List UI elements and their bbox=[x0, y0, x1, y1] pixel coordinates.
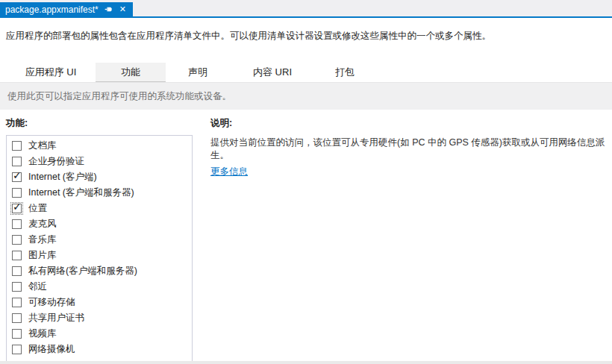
capability-label: 企业身份验证 bbox=[28, 155, 84, 168]
capability-checkbox[interactable]: ✓ bbox=[12, 219, 22, 229]
manifest-intro-text: 应用程序的部署包的属性包含在应用程序清单文件中。可以使用清单设计器设置或修改这些… bbox=[6, 30, 606, 43]
capability-checkbox[interactable]: ✓ bbox=[12, 204, 22, 213]
capabilities-label: 功能: bbox=[6, 117, 193, 130]
capability-checkbox[interactable]: ✓ bbox=[12, 172, 22, 182]
capability-row[interactable]: ✓ 可移动存储 bbox=[7, 295, 192, 310]
check-icon: ✓ bbox=[13, 170, 22, 181]
description-text: 提供对当前位置的访问，该位置可从专用硬件(如 PC 中的 GPS 传感器)获取或… bbox=[210, 136, 609, 162]
capability-row[interactable]: ✓ 企业身份验证 bbox=[7, 154, 192, 169]
capability-label: 位置 bbox=[28, 202, 47, 215]
capability-row[interactable]: ✓ Internet (客户端和服务器) bbox=[7, 185, 192, 201]
capability-checkbox[interactable]: ✓ bbox=[12, 188, 22, 198]
more-info-link[interactable]: 更多信息 bbox=[210, 166, 248, 178]
capability-checkbox[interactable]: ✓ bbox=[12, 157, 22, 166]
capability-label: 可移动存储 bbox=[28, 296, 75, 309]
capability-checkbox[interactable]: ✓ bbox=[12, 266, 22, 276]
document-tab-title: package.appxmanifest* bbox=[5, 4, 99, 15]
tab-2[interactable]: 功能 bbox=[96, 63, 166, 82]
tab-hint-strip: 使用此页可以指定应用程序可使用的系统功能或设备。 bbox=[0, 82, 612, 110]
tab-label: 内容 URI bbox=[253, 66, 292, 78]
viewport-cut-strip bbox=[0, 361, 612, 364]
capability-checkbox[interactable]: ✓ bbox=[12, 313, 22, 323]
capability-checkbox[interactable]: ✓ bbox=[12, 235, 22, 245]
tab-label: 应用程序 UI bbox=[25, 66, 77, 78]
capability-label: Internet (客户端) bbox=[28, 171, 97, 183]
check-icon: ✓ bbox=[13, 201, 22, 212]
tab-4[interactable]: 内容 URI bbox=[230, 63, 315, 82]
capability-row[interactable]: ✓ 视频库 bbox=[7, 326, 192, 342]
description-label: 说明: bbox=[210, 117, 609, 130]
capability-row[interactable]: ✓ Internet (客户端) bbox=[7, 169, 192, 185]
pin-icon[interactable] bbox=[104, 5, 113, 13]
tab-label: 打包 bbox=[335, 66, 355, 78]
capability-checkbox[interactable]: ✓ bbox=[12, 282, 22, 292]
capability-row[interactable]: ✓ 网络摄像机 bbox=[7, 342, 192, 357]
capability-label: 视频库 bbox=[28, 327, 57, 340]
capability-row[interactable]: ✓ 音乐库 bbox=[7, 232, 192, 248]
capability-row[interactable]: ✓ 文档库 bbox=[7, 138, 192, 154]
capability-label: 文档库 bbox=[28, 139, 57, 152]
capability-row[interactable]: ✓ 位置 bbox=[7, 201, 192, 216]
capability-label: 共享用户证书 bbox=[28, 312, 84, 324]
capability-label: 网络摄像机 bbox=[28, 343, 75, 356]
capability-row[interactable]: ✓ 麦克风 bbox=[7, 216, 192, 232]
document-tab[interactable]: package.appxmanifest* ✕ bbox=[0, 2, 133, 16]
tab-label: 声明 bbox=[188, 66, 207, 78]
capabilities-listbox[interactable]: ✓ 文档库 ✓ 企业身份验证 ✓ Internet (客户端) ✓ Intern… bbox=[6, 135, 193, 363]
capability-label: 麦克风 bbox=[28, 218, 57, 230]
capability-row[interactable]: ✓ 图片库 bbox=[7, 248, 192, 263]
capability-checkbox[interactable]: ✓ bbox=[12, 329, 22, 339]
capability-label: 邻近 bbox=[28, 280, 47, 293]
capability-label: 音乐库 bbox=[28, 233, 57, 246]
capability-checkbox[interactable]: ✓ bbox=[12, 298, 22, 307]
capability-row[interactable]: ✓ 邻近 bbox=[7, 279, 192, 295]
capability-checkbox[interactable]: ✓ bbox=[12, 141, 22, 151]
description-column: 说明: 提供对当前位置的访问，该位置可从专用硬件(如 PC 中的 GPS 传感器… bbox=[210, 117, 609, 178]
close-icon[interactable]: ✕ bbox=[118, 5, 128, 13]
capability-label: 图片库 bbox=[28, 249, 57, 262]
capability-row[interactable]: ✓ 私有网络(客户端和服务器) bbox=[7, 263, 192, 279]
nav-tabs: 应用程序 UI功能声明内容 URI打包 bbox=[6, 63, 375, 82]
tab-1[interactable]: 应用程序 UI bbox=[6, 63, 96, 82]
capability-row[interactable]: ✓ 共享用户证书 bbox=[7, 310, 192, 326]
capability-checkbox[interactable]: ✓ bbox=[12, 345, 22, 354]
capability-label: 私有网络(客户端和服务器) bbox=[28, 265, 137, 277]
capability-checkbox[interactable]: ✓ bbox=[12, 251, 22, 260]
tab-hint-text: 使用此页可以指定应用程序可使用的系统功能或设备。 bbox=[7, 90, 231, 103]
capability-label: Internet (客户端和服务器) bbox=[28, 186, 134, 199]
tab-3[interactable]: 声明 bbox=[166, 63, 230, 82]
capabilities-column: 功能: ✓ 文档库 ✓ 企业身份验证 ✓ Internet (客户端) ✓ In… bbox=[6, 117, 193, 363]
tab-5[interactable]: 打包 bbox=[315, 63, 375, 82]
document-tab-strip: package.appxmanifest* ✕ bbox=[0, 0, 612, 16]
active-document-accent-line bbox=[0, 16, 612, 18]
tab-label: 功能 bbox=[121, 66, 140, 78]
